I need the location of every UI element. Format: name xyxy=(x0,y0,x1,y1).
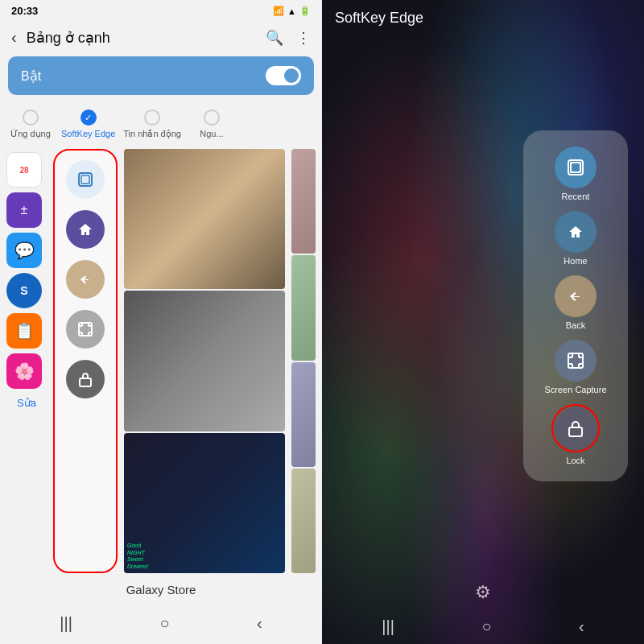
se-recent-btn[interactable] xyxy=(555,147,597,188)
left-panel: 20:33 📶 ▲ 🔋 ‹ Bảng ở cạnh 🔍 ⋮ Bật Ứng dụ… xyxy=(0,0,322,644)
softkey-back-btn[interactable] xyxy=(66,260,105,299)
calc-icon: ± xyxy=(21,203,28,217)
app-calculator[interactable]: ± xyxy=(6,192,42,228)
se-card: Recent Home Back xyxy=(523,130,628,481)
se-lock-label: Lock xyxy=(566,456,584,465)
tab-label-ung-dung: Ứng dụng xyxy=(10,129,51,139)
page-title: Bảng ở cạnh xyxy=(27,29,256,47)
tab-label-tin-nhan: Tin nhắn động xyxy=(123,129,181,139)
left-bottom-nav: ||| ○ ‹ xyxy=(0,603,322,644)
app-samsung[interactable]: S xyxy=(6,273,42,308)
right-panel: SoftKey Edge Recent xyxy=(322,0,644,644)
content-area: 28 ± 💬 S 📋 🌸 Sửa xyxy=(0,146,322,576)
svg-rect-6 xyxy=(568,353,583,368)
tab-circle-ngu xyxy=(204,109,220,126)
tab-tin-nhan[interactable]: Tin nhắn động xyxy=(122,106,183,142)
tab-label-softkey: SoftKey Edge xyxy=(61,129,115,138)
se-home-btn[interactable] xyxy=(555,211,597,253)
right-top-bar: SoftKey Edge xyxy=(322,0,644,30)
nav-back-btn[interactable]: ‹ xyxy=(247,611,272,636)
tabs-row: Ứng dụng ✓ SoftKey Edge Tin nhắn động Ng… xyxy=(0,98,322,146)
thumb-night[interactable]: GoodNIGHTSweetDreams! xyxy=(124,433,285,573)
softkey-capture-btn[interactable] xyxy=(66,310,105,349)
tab-check-softkey: ✓ xyxy=(80,109,97,126)
back-button[interactable]: ‹ xyxy=(11,28,17,47)
thumb-dog[interactable] xyxy=(124,149,285,289)
right-nav-home[interactable]: ○ xyxy=(481,617,491,636)
se-back-label: Back xyxy=(566,320,585,330)
svg-rect-3 xyxy=(80,378,91,386)
toolbar-icons: 🔍 ⋮ xyxy=(266,29,311,47)
se-home-label: Home xyxy=(564,256,587,266)
svg-rect-1 xyxy=(81,175,89,184)
se-item-recent: Recent xyxy=(555,147,597,201)
search-icon[interactable]: 🔍 xyxy=(266,29,283,47)
top-bar: ‹ Bảng ở cạnh 🔍 ⋮ xyxy=(0,22,322,53)
softkey-home-btn[interactable] xyxy=(66,210,105,249)
thumb-right-1 xyxy=(291,149,316,254)
tab-softkey-edge[interactable]: ✓ SoftKey Edge xyxy=(60,106,117,142)
right-bottom-nav: ||| ○ ‹ xyxy=(322,609,644,644)
right-nav-back[interactable]: ‹ xyxy=(579,617,584,636)
status-icons: 📶 ▲ 🔋 xyxy=(273,6,311,16)
softkey-edge-panel: Recent Home Back xyxy=(322,30,644,582)
app-pink[interactable]: 🌸 xyxy=(6,353,42,389)
right-content: SoftKey Edge Recent xyxy=(322,0,644,644)
svg-rect-2 xyxy=(79,323,92,336)
msg-icon: 💬 xyxy=(14,241,35,260)
thumb-strip: GoodNIGHTSweetDreams! xyxy=(124,149,285,573)
svg-rect-5 xyxy=(571,163,580,172)
se-capture-btn[interactable] xyxy=(555,340,597,382)
softkey-panel xyxy=(53,149,118,573)
se-item-back: Back xyxy=(555,275,597,330)
nav-menu-btn[interactable]: ||| xyxy=(50,611,82,636)
galaxy-store[interactable]: Galaxy Store xyxy=(0,576,322,603)
more-icon[interactable]: ⋮ xyxy=(296,29,311,47)
se-capture-label: Screen Capture xyxy=(544,385,606,394)
toggle-switch[interactable] xyxy=(266,66,301,85)
pink-icon: 🌸 xyxy=(14,361,35,381)
nav-home-btn[interactable]: ○ xyxy=(150,611,179,636)
se-item-home: Home xyxy=(555,211,597,266)
right-settings: ⚙ xyxy=(322,582,644,609)
orange-icon: 📋 xyxy=(14,321,35,341)
right-title: SoftKey Edge xyxy=(335,10,423,27)
right-nav-menu[interactable]: ||| xyxy=(382,617,394,636)
tab-ngu[interactable]: Ngu... xyxy=(188,106,236,142)
thumb-right-3 xyxy=(291,362,316,467)
status-bar: 20:33 📶 ▲ 🔋 xyxy=(0,0,322,22)
tab-circle-ung-dung xyxy=(23,109,39,126)
battery-icon: 🔋 xyxy=(299,6,311,16)
se-item-lock: Lock xyxy=(551,404,600,465)
thumb-heart[interactable] xyxy=(124,291,285,431)
tab-label-ngu: Ngu... xyxy=(200,129,223,138)
wifi-icon: ▲ xyxy=(287,6,296,16)
svg-rect-7 xyxy=(569,427,582,436)
se-lock-wrapper xyxy=(551,404,600,452)
app-calendar[interactable]: 28 xyxy=(6,152,42,188)
app-messages[interactable]: 💬 xyxy=(6,233,42,268)
se-recent-label: Recent xyxy=(562,192,590,201)
samsung-icon: S xyxy=(20,284,27,297)
tab-ung-dung[interactable]: Ứng dụng xyxy=(6,106,55,142)
softkey-lock-btn[interactable] xyxy=(66,360,105,398)
thumb-right-4 xyxy=(291,469,316,573)
thumb-right-strip xyxy=(291,149,316,573)
status-time: 20:33 xyxy=(11,5,38,17)
toggle-row: Bật xyxy=(8,56,314,95)
tab-circle-tin-nhan xyxy=(144,109,160,126)
se-item-capture: Screen Capture xyxy=(544,340,606,394)
se-back-btn[interactable] xyxy=(555,275,597,317)
softkey-recent-btn[interactable] xyxy=(66,160,105,199)
apps-list: 28 ± 💬 S 📋 🌸 Sửa xyxy=(6,149,47,573)
app-orange[interactable]: 📋 xyxy=(6,313,42,349)
signal-icon: 📶 xyxy=(273,6,284,16)
gear-icon[interactable]: ⚙ xyxy=(475,582,491,603)
se-lock-btn[interactable] xyxy=(555,407,597,449)
toggle-label: Bật xyxy=(21,68,41,84)
thumb-right-2 xyxy=(291,255,316,360)
thumb-night-text: GoodNIGHTSweetDreams! xyxy=(127,543,148,570)
edit-link[interactable]: Sửa xyxy=(6,397,47,409)
